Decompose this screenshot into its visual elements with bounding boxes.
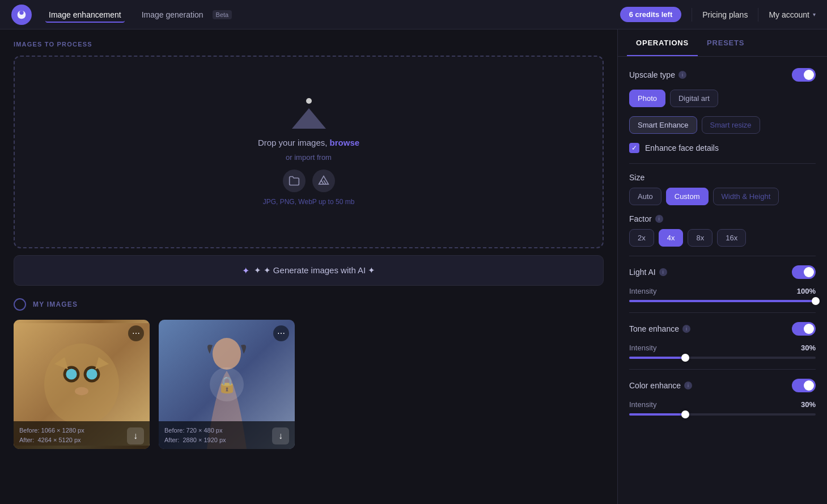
- color-enhance-info-icon[interactable]: i: [684, 382, 692, 389]
- generate-bar[interactable]: ✦ ✦ ✦ Generate images with AI ✦: [14, 255, 604, 286]
- tone-enhance-slider-thumb[interactable]: [681, 354, 689, 362]
- nav-item-image-generation[interactable]: Image generation: [138, 8, 207, 22]
- tab-presets[interactable]: PRESETS: [698, 29, 753, 56]
- drop-icon: [291, 98, 327, 129]
- size-label: Size: [629, 173, 816, 182]
- folder-import-icon[interactable]: [283, 170, 306, 192]
- upscale-type-info-icon[interactable]: i: [678, 71, 686, 79]
- my-images-radio[interactable]: [14, 298, 26, 311]
- operations-panel: Upscale type i Photo Digital art Smart E…: [618, 57, 827, 416]
- tone-enhance-intensity-value: 30%: [801, 344, 816, 352]
- nav-image-enhancement[interactable]: Image enhancement: [45, 10, 125, 20]
- right-tabs: OPERATIONS PRESETS: [618, 29, 827, 57]
- color-enhance-row: Color enhance i: [629, 379, 816, 392]
- light-ai-intensity-row: Intensity 100%: [629, 287, 816, 295]
- image-card-woman[interactable]: 🔒 ⋯ Before: 720 × 480 px After: 2880 × 1…: [159, 320, 295, 449]
- nav-item-image-enhancement[interactable]: Image enhancement: [45, 8, 125, 23]
- factor-row: Factor i: [629, 214, 816, 223]
- option-width-height[interactable]: Width & Height: [713, 188, 779, 205]
- upscale-type-toggle[interactable]: [792, 68, 816, 82]
- sparkle-left-icon: ✦: [242, 265, 249, 276]
- factor-options: 2x 4x 8x 16x: [629, 229, 816, 247]
- my-images-title: MY IMAGES: [33, 300, 78, 308]
- tab-operations[interactable]: OPERATIONS: [627, 29, 698, 56]
- color-enhance-intensity-row: Intensity 30%: [629, 400, 816, 409]
- account-button[interactable]: My account ▾: [769, 10, 816, 19]
- option-4x[interactable]: 4x: [659, 229, 684, 247]
- image-dims-cat: Before: 1066 × 1280 px After: 4264 × 512…: [19, 426, 84, 444]
- left-panel: IMAGES TO PROCESS Drop your images, brow…: [0, 29, 617, 504]
- light-ai-slider[interactable]: [629, 300, 816, 302]
- my-images-header: MY IMAGES: [14, 298, 604, 311]
- tone-enhance-slider[interactable]: [629, 357, 816, 359]
- app-logo: [11, 5, 32, 25]
- download-button-cat[interactable]: ↓: [127, 427, 144, 444]
- browse-link[interactable]: browse: [330, 138, 360, 147]
- chevron-down-icon: ▾: [813, 11, 816, 18]
- images-section-title: IMAGES TO PROCESS: [14, 41, 604, 48]
- tone-enhance-row: Tone enhance i: [629, 322, 816, 336]
- color-enhance-label: Color enhance i: [629, 381, 692, 390]
- svg-point-1: [19, 10, 23, 14]
- color-enhance-slider-fill: [629, 413, 685, 416]
- light-ai-intensity-value: 100%: [797, 287, 816, 295]
- option-custom[interactable]: Custom: [666, 188, 709, 205]
- image-card-cat[interactable]: ⋯ Before: 1066 × 1280 px After: 4264 × 5…: [14, 320, 150, 449]
- color-enhance-toggle[interactable]: [792, 379, 816, 392]
- drive-import-icon[interactable]: [312, 170, 335, 192]
- factor-label: Factor i: [629, 214, 663, 223]
- tone-enhance-intensity-label: Intensity: [629, 344, 656, 352]
- upscale-sub-options: Smart Enhance Smart resize: [629, 116, 816, 134]
- image-card-menu-woman[interactable]: ⋯: [273, 325, 289, 341]
- upscale-type-label: Upscale type i: [629, 70, 686, 79]
- before-label-cat: Before:: [19, 427, 39, 434]
- image-dims-woman: Before: 720 × 480 px After: 2880 × 1920 …: [164, 426, 226, 444]
- tone-enhance-info-icon[interactable]: i: [682, 325, 690, 333]
- nav-image-generation[interactable]: Image generation Beta: [138, 8, 232, 22]
- download-button-woman[interactable]: ↓: [272, 427, 289, 444]
- option-8x[interactable]: 8x: [688, 229, 713, 247]
- header-divider-2: [758, 8, 758, 22]
- divider-1: [629, 163, 816, 164]
- divider-3: [629, 312, 816, 313]
- drop-zone[interactable]: Drop your images, browse or import from: [14, 56, 604, 248]
- option-smart-resize[interactable]: Smart resize: [702, 116, 760, 134]
- import-icons: [283, 170, 335, 192]
- toggle-knob: [804, 70, 814, 80]
- tone-enhance-toggle[interactable]: [792, 322, 816, 336]
- checkmark-icon: ✓: [631, 144, 637, 152]
- color-enhance-slider-thumb[interactable]: [681, 410, 689, 418]
- option-2x[interactable]: 2x: [629, 229, 654, 247]
- image-card-info-cat: Before: 1066 × 1280 px After: 4264 × 512…: [14, 421, 150, 449]
- pricing-plans-link[interactable]: Pricing plans: [702, 10, 748, 19]
- account-label: My account: [769, 10, 809, 19]
- enhance-face-row: ✓ Enhance face details: [629, 143, 816, 153]
- factor-info-icon[interactable]: i: [655, 215, 663, 223]
- option-photo[interactable]: Photo: [629, 90, 665, 107]
- light-ai-label: Light AI i: [629, 268, 667, 277]
- after-label-woman: After:: [164, 437, 179, 443]
- tone-enhance-label: Tone enhance i: [629, 324, 690, 333]
- svg-point-7: [86, 369, 97, 379]
- after-label-cat: After:: [19, 437, 34, 443]
- option-16x[interactable]: 16x: [717, 229, 746, 247]
- drop-text: Drop your images, browse: [258, 138, 359, 147]
- color-enhance-slider[interactable]: [629, 413, 816, 416]
- light-ai-info-icon[interactable]: i: [659, 268, 667, 276]
- option-auto[interactable]: Auto: [629, 188, 661, 205]
- option-digital-art[interactable]: Digital art: [670, 90, 718, 107]
- light-ai-toggle-knob: [804, 267, 814, 277]
- enhance-face-label: Enhance face details: [645, 143, 719, 153]
- tone-enhance-intensity-row: Intensity 30%: [629, 344, 816, 352]
- image-grid: ⋯ Before: 1066 × 1280 px After: 4264 × 5…: [14, 320, 604, 449]
- light-ai-slider-thumb[interactable]: [812, 297, 820, 305]
- image-card-info-woman: Before: 720 × 480 px After: 2880 × 1920 …: [159, 421, 295, 449]
- light-ai-toggle[interactable]: [792, 265, 816, 279]
- drop-import-text: or import from: [286, 153, 332, 162]
- credits-button[interactable]: 6 credits left: [620, 7, 682, 22]
- enhance-face-checkbox[interactable]: ✓: [629, 143, 639, 153]
- upscale-type-row: Upscale type i: [629, 68, 816, 82]
- image-card-menu-cat[interactable]: ⋯: [128, 325, 144, 341]
- size-options: Auto Custom Width & Height: [629, 188, 816, 205]
- option-smart-enhance[interactable]: Smart Enhance: [629, 116, 697, 134]
